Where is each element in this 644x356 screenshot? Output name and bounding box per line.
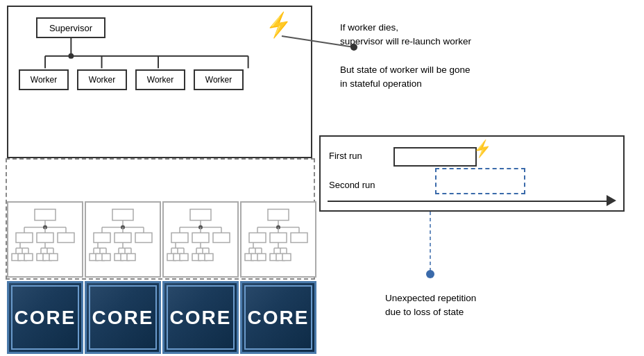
worker-box-2: Worker	[77, 69, 127, 90]
svg-rect-42	[135, 233, 152, 243]
mini-tree-svg-4	[244, 206, 313, 272]
core-label-4: CORE	[248, 307, 310, 329]
cores-container: CORE CORE CORE CORE	[7, 281, 316, 354]
svg-rect-92	[249, 233, 266, 243]
worker-box-3: Worker	[135, 69, 185, 90]
bottom-annotation: Unexpected repetitiondue to loss of stat…	[385, 291, 476, 320]
svg-rect-33	[112, 210, 133, 221]
svg-rect-41	[115, 233, 131, 243]
worker-box-4: Worker	[194, 69, 244, 90]
annotation-top: If worker dies,supervisor will re-launch…	[340, 21, 638, 49]
svg-rect-102	[257, 254, 266, 261]
core-box-2: CORE	[85, 281, 161, 354]
svg-rect-16	[58, 233, 74, 243]
timeline-box: First run Second run ⚡	[319, 135, 625, 212]
core-label-2: CORE	[92, 307, 154, 329]
svg-rect-84	[205, 254, 213, 261]
svg-rect-32	[49, 254, 58, 261]
annotation-middle: But state of worker will be gonein state…	[340, 63, 638, 92]
svg-rect-66	[171, 233, 188, 243]
svg-rect-40	[94, 233, 110, 243]
svg-point-6	[68, 53, 74, 59]
svg-rect-59	[190, 210, 211, 221]
svg-rect-68	[213, 233, 230, 243]
worker-label-3: Worker	[147, 75, 173, 85]
arrow-right-icon	[607, 195, 616, 206]
bottom-annotation-text: Unexpected repetitiondue to loss of stat…	[385, 293, 476, 317]
supervisor-box: Supervisor	[36, 17, 105, 38]
second-run-rect-dashed	[435, 168, 525, 194]
svg-rect-93	[270, 233, 287, 243]
annotation-middle-text: But state of worker will be gonein state…	[340, 65, 471, 89]
svg-rect-24	[24, 254, 33, 261]
svg-rect-76	[180, 254, 188, 261]
core-box-3: CORE	[162, 281, 239, 354]
svg-rect-94	[291, 233, 307, 243]
svg-rect-67	[192, 233, 209, 243]
annotations-container: If worker dies,supervisor will re-launch…	[340, 21, 638, 103]
mini-trees-container	[7, 201, 316, 278]
second-run-label: Second run	[329, 180, 375, 190]
svg-rect-14	[16, 233, 33, 243]
first-run-label: First run	[329, 151, 362, 161]
mini-tree-svg-1	[10, 206, 80, 272]
worker-label-2: Worker	[89, 75, 115, 85]
svg-rect-85	[268, 210, 289, 221]
svg-rect-50	[102, 254, 110, 261]
first-run-rect	[393, 147, 477, 167]
supervisor-label: Supervisor	[49, 23, 92, 33]
lightning-icon-main: ⚡	[264, 12, 295, 38]
core-box-4: CORE	[240, 281, 316, 354]
svg-point-114	[426, 270, 434, 278]
worker-row: Worker Worker Worker Worker	[19, 69, 244, 90]
core-box-1: CORE	[7, 281, 83, 354]
main-diagram-box: Supervisor Worker Worker Worker Worker ⚡	[7, 6, 312, 158]
lightning-icon-timeline: ⚡	[472, 139, 493, 160]
worker-label-4: Worker	[205, 75, 232, 85]
svg-rect-110	[282, 254, 291, 261]
svg-rect-15	[37, 233, 53, 243]
annotation-top-text: If worker dies,supervisor will re-launch…	[340, 22, 471, 46]
mini-tree-1	[7, 201, 83, 278]
mini-tree-svg-3	[166, 206, 235, 272]
mini-tree-3	[162, 201, 239, 278]
mini-tree-2	[85, 201, 161, 278]
timeline-line-h	[328, 201, 609, 202]
svg-rect-58	[127, 254, 135, 261]
worker-label-1: Worker	[31, 75, 57, 85]
worker-box-1: Worker	[19, 69, 69, 90]
core-label-3: CORE	[170, 307, 232, 329]
mini-tree-svg-2	[88, 206, 158, 272]
mini-tree-4	[240, 201, 316, 278]
core-label-1: CORE	[15, 307, 76, 329]
svg-rect-7	[35, 210, 56, 221]
